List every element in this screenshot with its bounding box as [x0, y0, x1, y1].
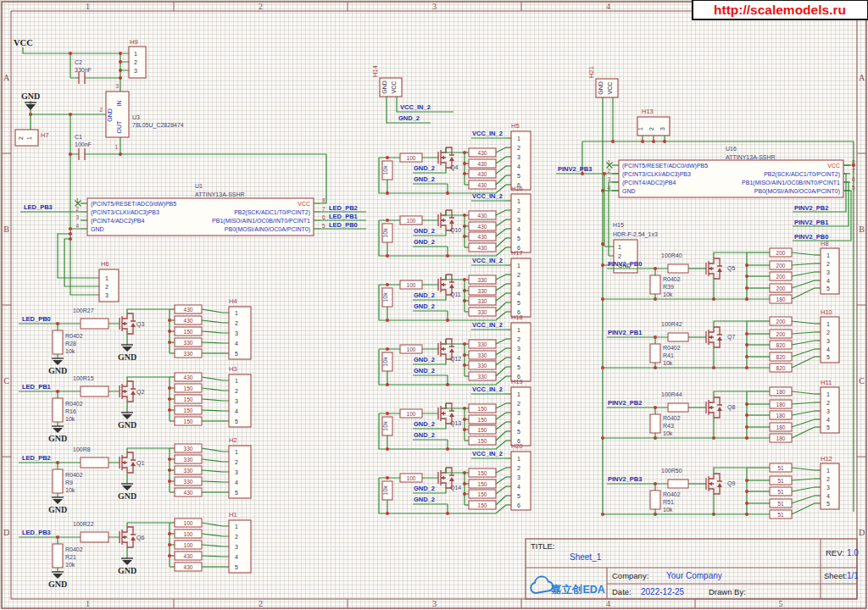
- resistor[interactable]: [53, 330, 63, 354]
- wire[interactable]: [202, 399, 229, 401]
- wire[interactable]: [496, 358, 506, 365]
- wire[interactable]: [202, 320, 229, 323]
- driver-block-h20[interactable]: 10k100Q14GND_2GND_2150150150150VCC_IN_2H…: [379, 442, 531, 515]
- wire[interactable]: [496, 293, 506, 301]
- wire[interactable]: [714, 468, 747, 514]
- wire[interactable]: [202, 459, 229, 462]
- resistor[interactable]: [81, 386, 108, 396]
- connector-h6[interactable]: [99, 269, 119, 302]
- wire[interactable]: [792, 427, 815, 438]
- resistor[interactable]: [53, 469, 63, 493]
- wire[interactable]: [413, 440, 448, 449]
- mosfet-Q2[interactable]: [120, 381, 136, 402]
- ic-u16[interactable]: U16ATTINY13A-SSHR1(PCINT5/RESET/ADC0/dW)…: [607, 146, 856, 197]
- wire[interactable]: [496, 422, 506, 430]
- wire[interactable]: [202, 534, 229, 536]
- connector-H17[interactable]: [511, 258, 531, 317]
- wire[interactable]: [792, 357, 815, 368]
- connector-H4[interactable]: [229, 307, 251, 359]
- wire[interactable]: [792, 288, 815, 299]
- wire[interactable]: [496, 431, 506, 441]
- wire[interactable]: [792, 341, 815, 345]
- connector-H20[interactable]: [511, 452, 531, 510]
- driver-block-h2[interactable]: LED_PB2100R8R0402R910kGNDQ1GND3303303303…: [19, 436, 251, 514]
- driver-block-h5[interactable]: 10k100Q4GND_2GND_2430430430430VCC_IN_2H5…: [379, 122, 531, 195]
- mosfet-Q3[interactable]: [120, 313, 136, 334]
- resistor[interactable]: [668, 333, 688, 341]
- wire[interactable]: [792, 503, 815, 514]
- connector-H3[interactable]: [229, 374, 251, 427]
- wire[interactable]: [496, 477, 506, 484]
- power-section[interactable]: VCC GND C2 330nF C1 100nF IN GND OUT 3 2…: [14, 38, 326, 302]
- resistor[interactable]: [650, 491, 660, 509]
- connector-h21[interactable]: GNDVCCH21: [587, 66, 618, 97]
- wire[interactable]: [496, 229, 506, 236]
- wire[interactable]: [496, 274, 506, 280]
- wire[interactable]: [792, 263, 815, 265]
- watermark-url[interactable]: http://scalemodels.ru: [714, 3, 846, 17]
- resistor[interactable]: [81, 532, 108, 542]
- wire[interactable]: [792, 280, 815, 288]
- wire[interactable]: [496, 284, 506, 291]
- wire[interactable]: [496, 486, 506, 494]
- wire[interactable]: [792, 411, 815, 415]
- mosfet-Q7[interactable]: [706, 327, 722, 347]
- wire[interactable]: [496, 147, 506, 152]
- driver-block-h12[interactable]: PINV2_PB3R0402R5110k100R50Q95151515151H1…: [601, 455, 839, 518]
- mosfet-Q5[interactable]: [706, 258, 722, 279]
- wire[interactable]: [202, 470, 229, 472]
- resistor[interactable]: [81, 319, 108, 329]
- wire[interactable]: [202, 481, 229, 482]
- wire[interactable]: [202, 556, 229, 557]
- resistor[interactable]: [668, 480, 688, 488]
- resistor[interactable]: [53, 398, 63, 422]
- wire[interactable]: [792, 468, 815, 470]
- wire[interactable]: [792, 332, 815, 334]
- resistor[interactable]: [668, 403, 688, 412]
- wire[interactable]: [714, 391, 747, 438]
- resistor[interactable]: [81, 458, 108, 468]
- wire[interactable]: [496, 496, 506, 505]
- wire[interactable]: [202, 545, 229, 546]
- connector-H12[interactable]: [821, 463, 839, 509]
- connector-H10[interactable]: [821, 317, 839, 363]
- resistor[interactable]: [650, 414, 660, 433]
- wire[interactable]: [496, 339, 506, 344]
- wire[interactable]: [202, 342, 229, 343]
- driver-block-h4[interactable]: LED_PB0100R27R0402R2810kGNDQ3GND43043015…: [19, 297, 251, 375]
- wire[interactable]: [496, 302, 506, 312]
- mosfet-Q6[interactable]: [120, 527, 136, 547]
- mosfet-Q1[interactable]: [120, 452, 136, 473]
- watermark[interactable]: http://scalemodels.ru: [693, 0, 868, 19]
- ic-u1[interactable]: U1ATTINY13A-SSHR1(PCINT5/RESET/ADC0/dW)P…: [24, 183, 366, 236]
- wire[interactable]: [413, 247, 448, 256]
- wire[interactable]: [792, 391, 815, 394]
- wire[interactable]: [792, 487, 815, 491]
- wire[interactable]: [496, 348, 506, 355]
- wire[interactable]: [413, 504, 448, 513]
- wire[interactable]: [496, 219, 506, 226]
- driver-block-h10[interactable]: PINV2_PB1R0402R4110k100R42Q7200200820820…: [601, 308, 839, 372]
- resistor[interactable]: [650, 275, 660, 294]
- connector-H16[interactable]: [511, 194, 531, 252]
- wire[interactable]: [792, 252, 815, 255]
- wire[interactable]: [202, 410, 229, 411]
- wire[interactable]: [413, 375, 448, 385]
- wire[interactable]: [496, 175, 506, 185]
- wire[interactable]: [792, 272, 815, 276]
- connector-H18[interactable]: [511, 323, 531, 381]
- wire[interactable]: [714, 252, 747, 299]
- wire[interactable]: [496, 210, 506, 215]
- wire[interactable]: [413, 311, 448, 320]
- resistor[interactable]: [650, 344, 660, 363]
- driver-block-h1[interactable]: LED_PB3100R22R0402R2110kGNDQ6GND10010010…: [19, 511, 251, 589]
- wire[interactable]: [202, 331, 229, 333]
- wire[interactable]: [496, 403, 506, 408]
- connector-H19[interactable]: [511, 387, 531, 446]
- wire[interactable]: [714, 321, 747, 368]
- driver-block-h17[interactable]: 10k100Q11GND_2GND_2330330330330VCC_IN_2H…: [379, 249, 531, 322]
- connector-H8[interactable]: [821, 248, 839, 294]
- resistor[interactable]: [668, 264, 688, 273]
- wire[interactable]: [202, 523, 229, 526]
- wire[interactable]: [496, 413, 506, 419]
